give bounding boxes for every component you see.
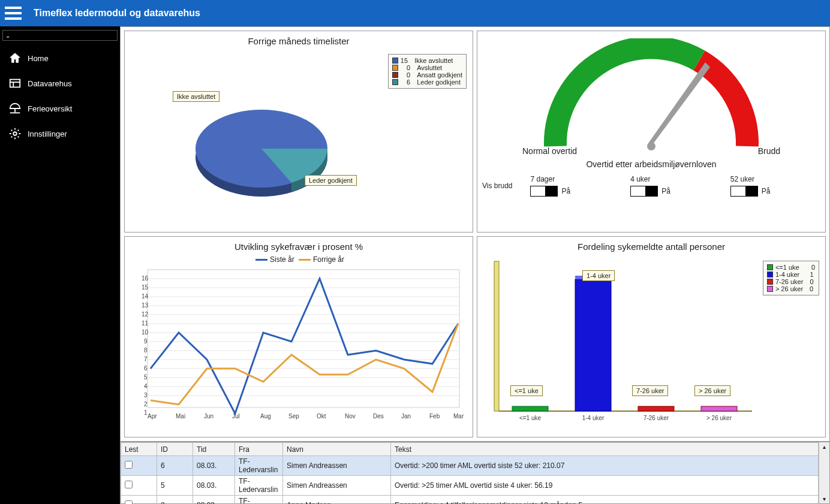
pie-callout-2: Leder godkjent [305,175,357,186]
panel-timelister: Forrige måneds timelister 15 Ikke avslut… [124,31,473,233]
svg-rect-57 [701,406,737,411]
bar-callout-1: <=1 uke [510,385,543,396]
svg-text:Jan: Jan [401,413,411,420]
sidebar-item-label: Home [28,54,49,63]
app-title: Timeflex ledermodul og datavarehus [34,8,200,19]
table-row[interactable]: 5 08.03. TF-Ledervarslin Simen Andreasse… [121,476,819,496]
svg-text:Des: Des [373,413,384,420]
svg-text:12: 12 [142,311,149,318]
home-icon [8,52,22,65]
umbrella-icon [8,102,22,115]
panel-sykemeldte: Fordeling sykemeldte antall personer <=1… [477,236,826,438]
svg-text:9: 9 [144,338,148,345]
line-legend: Siste år Forrige år [130,255,468,264]
svg-text:1-4 uker: 1-4 uker [582,415,605,421]
warehouse-icon [8,77,22,90]
svg-text:7: 7 [144,356,148,363]
svg-text:Mai: Mai [176,413,185,420]
table-header-row: Lest ID Tid Fra Navn Tekst [121,443,819,456]
gear-icon [8,127,22,140]
sidebar-item-label: Innstillinger [28,129,67,138]
read-checkbox[interactable] [125,461,133,469]
sidebar-item-datavarehus[interactable]: Datavarehus [0,71,120,96]
bar-callout-4: > 26 uker [694,385,730,396]
sidebar-item-home[interactable]: Home [0,46,120,71]
svg-text:<=1 uke: <=1 uke [519,415,542,421]
svg-rect-51 [494,261,499,411]
svg-text:Nov: Nov [345,413,356,420]
svg-marker-6 [648,62,710,146]
bar-callout-3: 7-26 uker [632,385,668,396]
svg-text:13: 13 [142,302,149,309]
svg-rect-56 [638,406,674,411]
vis-brudd-label: Vis brudd [482,182,512,190]
svg-rect-53 [512,406,548,411]
svg-text:10: 10 [142,329,149,336]
svg-text:4: 4 [144,383,148,390]
read-checkbox[interactable] [125,500,133,504]
svg-text:2: 2 [144,401,148,408]
svg-text:Jun: Jun [204,413,213,420]
svg-text:Apr: Apr [148,413,157,420]
svg-text:7-26 uker: 7-26 uker [643,415,669,421]
svg-text:3: 3 [144,392,148,399]
svg-text:8: 8 [144,347,148,354]
svg-text:Feb: Feb [429,413,440,420]
panel-title: Utvikling sykefravær i prosent % [130,242,468,252]
svg-text:16: 16 [142,275,149,282]
read-checkbox[interactable] [125,481,133,488]
table-row[interactable]: 6 08.03. TF-Ledervarslin Simen Andreasse… [121,456,819,476]
toggle-7dager[interactable] [530,186,558,197]
toggle-4uker[interactable] [630,186,658,197]
gauge-caption: Overtid etter arbeidsmiljøvernloven [586,159,716,169]
table-row[interactable]: 2 08.03. TF-Ledervarslin Anne Madsen Ege… [121,496,819,505]
panel-title: Fordeling sykemeldte antall personer [482,242,820,252]
pie-legend: 15 Ikke avsluttet 0 Avsluttet 0 Ansatt g… [388,54,467,89]
svg-text:> 26 uker: > 26 uker [706,415,732,421]
toggle-52uker[interactable] [730,186,758,197]
svg-text:14: 14 [142,293,149,300]
svg-text:Okt: Okt [317,413,326,420]
collapse-button[interactable]: ⌄ [2,30,118,41]
svg-text:5: 5 [144,374,148,381]
sidebar-item-ferieoversikt[interactable]: Ferieoversikt [0,96,120,121]
sidebar-item-label: Datavarehus [28,79,72,88]
sidebar-item-innstillinger[interactable]: Innstillinger [0,121,120,146]
svg-rect-0 [10,80,20,87]
bar-callout-highlight: 1-4 uker [582,270,615,281]
panel-overtid: Normal overtid Brudd Overtid etter arbei… [477,31,826,233]
svg-text:6: 6 [144,365,148,372]
sidebar: ⌄ Home Datavarehus Ferieoversikt Innstil… [0,26,120,504]
svg-text:11: 11 [142,320,149,327]
svg-text:Aug: Aug [260,413,271,420]
svg-text:Mar: Mar [453,413,464,420]
pie-callout-1: Ikke avsluttet [173,91,219,102]
svg-rect-54 [575,279,611,411]
svg-text:Sep: Sep [288,413,299,420]
svg-text:Jul: Jul [232,413,240,420]
svg-text:15: 15 [142,284,149,291]
gauge-left-label: Normal overtid [522,146,577,156]
panel-sykefravaer: Utvikling sykefravær i prosent % Siste å… [124,236,473,438]
svg-point-3 [13,132,17,135]
line-chart: 16151413 1211109 8765 4321 AprMaiJunJul … [130,264,465,425]
bar-legend: <=1 uke 0 1-4 uker 1 7-26 uker 0 > 26 uk… [763,261,819,295]
gauge-right-label: Brudd [758,146,780,156]
bar-chart: <=1 uke1-4 uker7-26 uker> 26 uker [482,255,758,423]
messages-table: Lest ID Tid Fra Navn Tekst 6 08.03. TF-L… [120,442,830,504]
table-scrollbar[interactable]: ▴▾ [819,442,829,503]
app-header: Timeflex ledermodul og datavarehus [0,0,830,26]
sidebar-item-label: Ferieoversikt [28,104,72,113]
menu-icon[interactable] [5,5,22,22]
panel-title: Forrige måneds timelister [130,36,468,46]
